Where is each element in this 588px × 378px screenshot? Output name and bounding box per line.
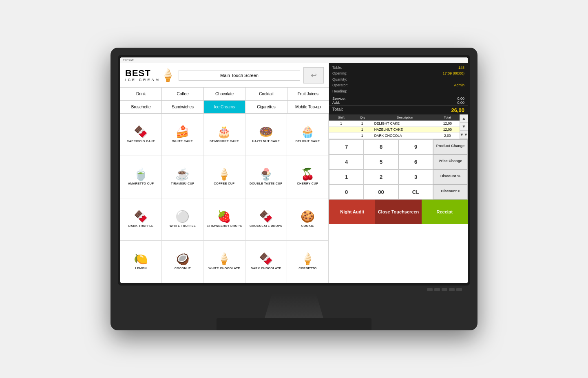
numpad-btn-00[interactable]: 00 — [364, 185, 398, 200]
category-btn-mobile-topup[interactable]: Mobile Top-up — [287, 101, 329, 113]
product-icon-cookie: 🍪 — [301, 211, 315, 222]
product-name-amaretto-cup: AMARETTO CUP — [128, 182, 154, 185]
numpad-btn-CL[interactable]: CL — [398, 185, 433, 200]
scroll-buttons: ▲ ▼ ▼▼ — [460, 114, 468, 139]
logo-icon: 🍦 — [160, 68, 175, 82]
product-white-cake[interactable]: 🍰 WHITE CAKE — [162, 114, 203, 156]
scroll-bottom-button[interactable]: ▼▼ — [460, 131, 468, 139]
numpad-btn-9[interactable]: 9 — [398, 139, 433, 154]
order-item-1[interactable]: 1 HAZELNUT CAKE 12,00 — [329, 127, 460, 133]
order-items: 1 1 DELIGHT CAKE 12,00 1 HAZELNUT CAKE 1… — [329, 121, 460, 139]
heading-label: Heading: — [332, 88, 347, 94]
left-panel: BEST ICE CREAM 🍦 Main Touch Screen ↩ Dri… — [120, 63, 329, 283]
order-item-total-2: 2,00 — [437, 134, 458, 138]
numpad-btn-4[interactable]: 4 — [329, 154, 364, 169]
order-table: ShiftQtyDescriptionTotal 1 1 DELIGHT CAK… — [329, 114, 460, 139]
numpad-btn-6[interactable]: 6 — [398, 154, 433, 169]
product-tiramisu-cup[interactable]: ☕ TIRAMISÙ CUP — [162, 156, 203, 198]
category-row-1: DrinkCoffeeChocolateCocktailFruit Juices — [120, 88, 329, 101]
order-item-desc-2: DARK CHOCOLA — [373, 134, 437, 138]
category-btn-bruschette[interactable]: Bruschette — [120, 101, 162, 113]
category-btn-drink[interactable]: Drink — [120, 88, 162, 100]
product-delight-cake[interactable]: 🧁 DELIGHT CAKE — [287, 114, 329, 156]
product-name-chocolate-drops: CHOCOLATE DROPS — [250, 224, 282, 228]
order-item-2[interactable]: 1 DARK CHOCOLA 2,00 — [329, 133, 460, 139]
category-btn-chocolate[interactable]: Chocolate — [204, 88, 245, 100]
product-icon-white-cake: 🍰 — [175, 126, 190, 138]
product-coffee-cup[interactable]: 🍦 COFFEE CUP — [203, 156, 245, 198]
category-btn-fruit-juices[interactable]: Fruit Juices — [287, 88, 329, 100]
numpad-btn-5[interactable]: 5 — [364, 154, 398, 169]
action-btn-price-change[interactable]: Price Change — [433, 154, 468, 169]
scroll-up-button[interactable]: ▲ — [460, 114, 468, 123]
app-title: Ericsoft — [120, 57, 468, 63]
numpad-btn-0[interactable]: 0 — [329, 185, 364, 200]
order-item-shift-0: 1 — [331, 121, 351, 125]
monitor-neck — [118, 294, 470, 318]
action-btn-discount-eur[interactable]: Discount € — [433, 185, 468, 200]
numpad-btn-3[interactable]: 3 — [398, 169, 433, 185]
action-btn-product-change[interactable]: Product Change — [433, 139, 468, 154]
product-dark-chocolate[interactable]: 🍫 DARK CHOCOLATE — [245, 241, 287, 283]
category-btn-coffee[interactable]: Coffee — [162, 88, 203, 100]
total-row: Total: 26,00 — [329, 105, 468, 114]
product-icon-dark-truffle: 🍫 — [134, 211, 148, 222]
action-btn-discount-pct[interactable]: Discount % — [433, 169, 468, 185]
main-touch-screen-button[interactable]: Main Touch Screen — [179, 70, 300, 81]
product-stmonore-cake[interactable]: 🎂 ST.MONORE CAKE — [203, 114, 245, 156]
bottom-btn-close-touchscreen[interactable]: Close Touchscreen — [375, 200, 421, 224]
product-amaretto-cup[interactable]: 🍵 AMARETTO CUP — [120, 156, 162, 198]
product-dark-truffle[interactable]: 🍫 DARK TRUFFLE — [120, 198, 162, 241]
bottom-btn-night-audit[interactable]: Night Audit — [329, 200, 375, 224]
order-item-desc-1: HAZELNUT CAKE — [373, 127, 437, 132]
category-btn-cigarettes[interactable]: Cigarettes — [245, 101, 287, 113]
order-item-qty-1: 1 — [351, 127, 372, 132]
numpad-btn-1[interactable]: 1 — [329, 169, 364, 185]
product-name-dark-chocolate: DARK CHOCOLATE — [251, 266, 281, 270]
product-icon-amaretto-cup: 🍵 — [134, 169, 148, 180]
product-white-truffle[interactable]: ⚪ WHITE TRUFFLE — [162, 198, 203, 241]
product-cornetto[interactable]: 🍦 CORNETTO — [287, 241, 329, 283]
opening-label: Opening: — [332, 70, 347, 76]
product-cookie[interactable]: 🍪 COOKIE — [287, 198, 329, 241]
product-icon-hazelnut-cake: 🍩 — [259, 126, 273, 138]
product-name-delight-cake: DELIGHT CAKE — [295, 139, 320, 143]
screen: Ericsoft BEST ICE CREAM 🍦 Main Touch Scr… — [120, 57, 468, 283]
stand-btn-2 — [434, 288, 440, 291]
product-name-white-chocolate: WHITE CHOCOLATE — [208, 266, 240, 270]
product-capriccio-cake[interactable]: 🍫 CAPRICCIO CAKE — [120, 114, 162, 156]
numpad-btn-8[interactable]: 8 — [364, 139, 398, 154]
order-item-0[interactable]: 1 1 DELIGHT CAKE 12,00 — [329, 121, 460, 127]
category-btn-ice-creams[interactable]: Ice Creams — [204, 101, 245, 113]
stand-btn-3 — [442, 288, 447, 291]
numpad-area: 789Product Change456Price Change123Disco… — [329, 139, 468, 200]
numpad-btn-7[interactable]: 7 — [329, 139, 364, 154]
order-item-total-1: 12,00 — [437, 127, 458, 132]
monitor-base — [118, 318, 470, 330]
screen-bezel: Ericsoft BEST ICE CREAM 🍦 Main Touch Scr… — [118, 55, 470, 286]
product-name-white-cake: WHITE CAKE — [172, 139, 193, 143]
product-icon-cornetto: 🍦 — [301, 253, 315, 265]
numpad-btn-2[interactable]: 2 — [364, 169, 398, 185]
product-white-chocolate[interactable]: 🍦 WHITE CHOCOLATE — [203, 241, 245, 283]
stand-btn-5 — [456, 288, 462, 291]
product-cherry-cup[interactable]: 🍒 CHERRY CUP — [287, 156, 329, 198]
operator-value: Admin — [454, 82, 464, 88]
product-icon-white-chocolate: 🍦 — [217, 253, 231, 265]
product-name-stmonore-cake: ST.MONORE CAKE — [210, 139, 239, 143]
product-double-taste-cup[interactable]: 🍨 DOUBLE TASTE CUP — [245, 156, 287, 198]
scroll-down-button[interactable]: ▼ — [460, 123, 468, 131]
product-lemon[interactable]: 🍋 LEMON — [120, 241, 162, 283]
category-btn-cocktail[interactable]: Cocktail — [245, 88, 287, 100]
product-coconut[interactable]: 🥥 COCONUT — [162, 241, 203, 283]
product-icon-lemon: 🍋 — [134, 253, 148, 265]
monitor: Ericsoft BEST ICE CREAM 🍦 Main Touch Scr… — [111, 48, 477, 330]
product-name-coconut: COCONUT — [175, 266, 191, 270]
product-chocolate-drops[interactable]: 🍫 CHOCOLATE DROPS — [245, 198, 287, 241]
back-button[interactable]: ↩ — [303, 67, 324, 84]
bottom-btn-receipt[interactable]: Receipt — [422, 200, 468, 224]
product-strawberry-drops[interactable]: 🍓 STRAWBERRY DROPS — [203, 198, 245, 241]
category-row-2: BruschetteSandwichesIce CreamsCigarettes… — [120, 101, 329, 114]
category-btn-sandwiches[interactable]: Sandwiches — [162, 101, 203, 113]
product-hazelnut-cake[interactable]: 🍩 HAZELNUT CAKE — [245, 114, 287, 156]
